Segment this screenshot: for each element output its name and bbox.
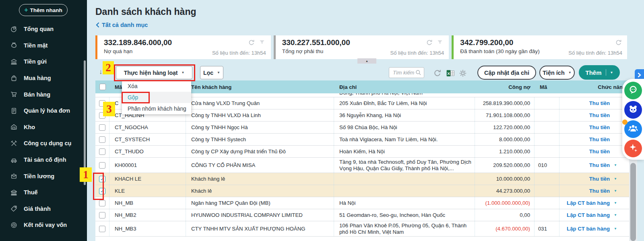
row-checkbox[interactable] (99, 200, 105, 206)
sidebar-item[interactable]: Bán hàng (0, 86, 84, 103)
tax-code-cell (535, 122, 559, 133)
excel-export-icon[interactable]: X (446, 69, 455, 78)
row-action-link[interactable]: Thu tiền (589, 188, 610, 194)
chevron-down-icon[interactable]: ▼ (614, 163, 617, 167)
ai-sparkle-button[interactable] (624, 140, 642, 157)
table-row[interactable]: CT_SYSTECHCông ty TNHH SystechToà nhà Vi… (95, 134, 629, 146)
name-cell: Công ty CP Xây dựng Phát triển Thủ Đô (186, 146, 334, 157)
row-checkbox[interactable] (99, 136, 105, 143)
refresh-icon[interactable] (433, 69, 442, 78)
code-cell: KHACH LE (109, 173, 186, 185)
row-action-link[interactable]: Thu tiền (589, 136, 610, 142)
sidebar-item[interactable]: Giá thành (0, 201, 84, 217)
scroll-down-icon[interactable]: ↓ (99, 68, 103, 76)
row-checkbox[interactable] (99, 112, 105, 119)
assistant-bot-button[interactable] (624, 101, 642, 119)
sidebar-item-label: Kết nối vay vốn (24, 222, 67, 228)
sidebar-item[interactable]: Tiền gửi (0, 54, 84, 70)
sidebar-item[interactable]: Thuế (0, 184, 84, 201)
checkbox-cell: ✓ (95, 173, 109, 185)
row-checkbox[interactable]: ✓ (99, 188, 105, 194)
action-cell: Thu tiền▼ (559, 158, 629, 173)
table-row[interactable]: NH_MB2HYUNWOO INDUSTRIAL COMPANY LIMITED… (95, 209, 629, 221)
sidebar-item[interactable]: Tiền lương (0, 168, 84, 184)
refresh-icon[interactable] (615, 39, 622, 46)
app-window: + Thêm nhanh Tổng quanTiền mặtTiền gửiMu… (0, 0, 644, 241)
bulk-menu-item[interactable]: Phân nhóm khách hàng (122, 103, 191, 114)
row-action-link[interactable]: Lập CT bán hàng (567, 226, 610, 232)
select-all-checkbox[interactable] (99, 84, 106, 90)
address-text: Hoàn Kiếm, Hà Nội (339, 148, 385, 155)
chevron-down-icon[interactable]: ▼ (614, 189, 617, 193)
quick-add-button[interactable]: + Thêm nhanh (19, 4, 68, 16)
invoice-icon (10, 107, 18, 115)
add-button[interactable]: Thêm ▼ (579, 65, 620, 80)
row-checkbox[interactable] (99, 100, 105, 107)
add-label: Thêm (586, 69, 602, 76)
sparkle-icon (628, 142, 638, 154)
row-action-link[interactable]: Thu tiền (589, 112, 610, 118)
shopping-bag-icon (10, 74, 18, 82)
row-action-link[interactable]: Lập CT bán hàng (567, 200, 610, 206)
tax-icon (10, 188, 18, 196)
table-row[interactable]: CT_THUDOCông ty CP Xây dựng Phát triển T… (95, 146, 629, 158)
quick-add-label: Thêm nhanh (30, 7, 62, 13)
table-row[interactable]: CT_NGOCHACông ty TNHH Ngọc HàSố 98 Chùa … (95, 122, 629, 134)
chevron-down-icon[interactable]: ▼ (614, 227, 617, 231)
sidebar-item[interactable]: Kho (0, 119, 84, 136)
row-action-link[interactable]: Lập CT bán hàng (567, 212, 610, 218)
row-checkbox[interactable] (99, 212, 105, 218)
row-checkbox[interactable] (99, 226, 105, 232)
gear-icon[interactable] (458, 69, 467, 78)
action-cell: Lập CT bán hàng▼ (559, 197, 629, 209)
breadcrumb[interactable]: Tất cả danh mục (95, 22, 148, 28)
row-checkbox[interactable] (99, 124, 105, 131)
refresh-icon[interactable] (248, 39, 255, 46)
table-row[interactable]: KH00001CÔNG TY CỔ PHẦN MISATầng 9, tòa n… (95, 158, 629, 173)
sidebar-item[interactable]: Quản lý hóa đơn (0, 103, 84, 119)
summary-cards: 332.189.846.000,00Nợ quá hạnSố liệu tính… (95, 35, 627, 59)
tools-icon (10, 139, 18, 147)
table-row[interactable]: NH_MB3CTY TNHH MTV SẢN XUẤT PHƯỢNG HOÀNG… (95, 221, 629, 237)
row-checkbox[interactable] (99, 148, 105, 155)
chevron-down-icon[interactable]: ▼ (614, 177, 617, 181)
sidebar-scrollbar[interactable] (84, 60, 86, 185)
address-text: Hà Nội (339, 200, 355, 206)
sidebar-item[interactable]: Mua hàng (0, 70, 84, 87)
table-row[interactable]: ✓KHACH LEKhách hàng lẻ10.000.000,00Thu t… (95, 173, 629, 185)
chevron-down-icon[interactable]: ▼ (614, 201, 617, 205)
table-row[interactable]: NH_MBNgân hàng TMCP Quân Đội (MB)Hà Nội(… (95, 197, 629, 209)
column-header: Địa chỉ (334, 80, 475, 93)
sidebar-item[interactable]: Tiền mặt (0, 37, 84, 54)
row-checkbox[interactable]: ✓ (99, 176, 105, 182)
bulk-menu-item[interactable]: Gộp (122, 92, 191, 103)
summary-card: 332.189.846.000,00Nợ quá hạnSố liệu tính… (95, 35, 271, 59)
collapse-panel-button[interactable]: ▲ (357, 58, 376, 64)
bulk-menu-item[interactable]: Xóa (122, 80, 191, 92)
bulk-actions-button[interactable]: Thực hiện hàng loạt ▼ (116, 66, 192, 79)
action-cell: Thu tiền▼ (559, 122, 629, 133)
table-scrollbar-thumb[interactable] (630, 163, 636, 241)
sidebar-item[interactable]: Kết nối vay vốn (0, 217, 84, 233)
row-action-link[interactable]: Thu tiền (589, 148, 610, 154)
utilities-button[interactable]: Tiện ích ▼ (539, 66, 575, 80)
sidebar-item[interactable]: Tổng quan (0, 21, 84, 37)
update-address-button[interactable]: Cập nhật địa chỉ (477, 66, 536, 80)
row-checkbox[interactable] (99, 162, 105, 169)
address-cell: 205 Xuân Đỉnh, Bắc Từ Liêm, Hà Nội (334, 97, 475, 109)
support-chat-button[interactable] (624, 82, 642, 99)
row-action-link[interactable]: Thu tiền (589, 176, 610, 182)
chevron-down-icon[interactable]: ▼ (614, 213, 617, 217)
filter-button[interactable]: Lọc ▼ (200, 66, 223, 79)
sidebar-item[interactable]: Tài sản cố định (0, 152, 84, 168)
filter-icon[interactable] (437, 39, 444, 46)
row-action-link[interactable]: Thu tiền (589, 162, 610, 168)
row-action-link[interactable]: Thu tiền (589, 124, 610, 130)
filter-icon[interactable] (259, 39, 266, 46)
sidebar-menu: Tổng quanTiền mặtTiền gửiMua hàngBán hàn… (0, 21, 84, 233)
row-action-link[interactable]: Thu tiền (589, 100, 610, 106)
sidebar-item[interactable]: Công cụ dụng cụ (0, 135, 84, 152)
refresh-icon[interactable] (426, 39, 433, 46)
table-row[interactable]: ✓KLEKhách lẻ44.273.000,00Thu tiền▼ (95, 185, 629, 197)
name-cell: Cửa hàng VLXD Trung Quân (186, 97, 334, 109)
